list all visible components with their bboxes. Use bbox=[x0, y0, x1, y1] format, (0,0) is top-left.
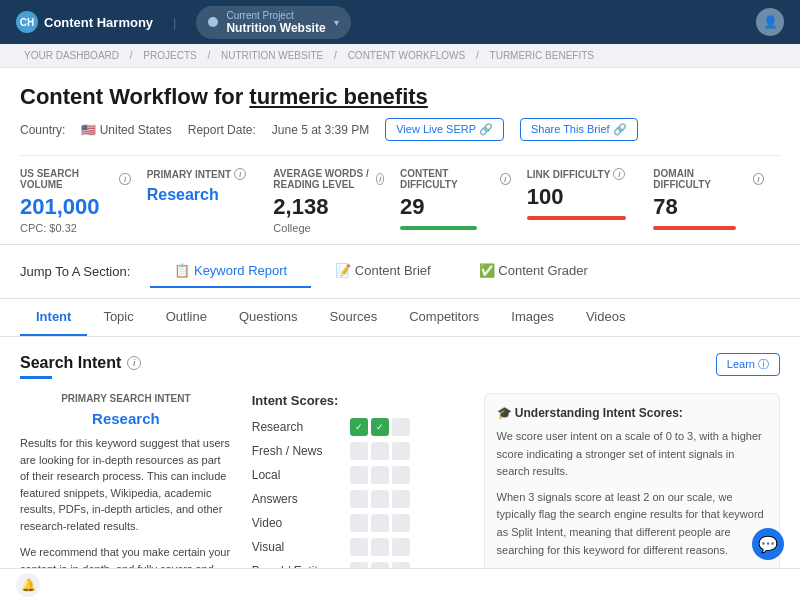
logo[interactable]: CH Content Harmony bbox=[16, 11, 153, 33]
share-brief-button[interactable]: Share This Brief 🔗 bbox=[520, 118, 638, 141]
breadcrumb-sep: / bbox=[476, 50, 482, 61]
link-diff-label: LINK DIFFICULTY bbox=[527, 169, 611, 180]
info-icon: i bbox=[376, 173, 384, 185]
current-project-name: Nutrition Website bbox=[226, 21, 325, 35]
score-boxes bbox=[350, 466, 410, 484]
tab-content-grader[interactable]: ✅ Content Grader bbox=[455, 255, 612, 288]
score-box-filled: ✓ bbox=[371, 418, 389, 436]
chat-button[interactable]: 💬 bbox=[752, 528, 784, 560]
primary-intent-value: Research bbox=[20, 410, 232, 427]
breadcrumb-item[interactable]: NUTRITION WEBSITE bbox=[221, 50, 323, 61]
top-navigation: CH Content Harmony | Current Project Nut… bbox=[0, 0, 800, 44]
current-project-label: Current Project bbox=[226, 10, 325, 21]
stat-primary-intent: PRIMARY INTENT i Research bbox=[147, 168, 274, 234]
tab-content-brief[interactable]: 📝 Content Brief bbox=[311, 255, 455, 288]
breadcrumb: YOUR DASHBOARD / PROJECTS / NUTRITION WE… bbox=[0, 44, 800, 68]
breadcrumb-sep: / bbox=[130, 50, 136, 61]
score-label: Video bbox=[252, 516, 342, 530]
domain-diff-bar bbox=[653, 226, 736, 230]
link-diff-bar bbox=[527, 216, 627, 220]
bottom-icon[interactable]: 🔔 bbox=[16, 573, 40, 597]
avg-words-sub: College bbox=[273, 222, 384, 234]
breadcrumb-sep: / bbox=[334, 50, 340, 61]
section-header: Search Intent i Learn ⓘ bbox=[20, 353, 780, 376]
search-volume-value: 201,000 bbox=[20, 194, 131, 220]
jump-section: Jump To A Section: 📋 Keyword Report 📝 Co… bbox=[0, 245, 800, 299]
logo-icon: CH bbox=[16, 11, 38, 33]
tab-sources[interactable]: Sources bbox=[314, 299, 394, 336]
tab-outline[interactable]: Outline bbox=[150, 299, 223, 336]
project-dot bbox=[208, 17, 218, 27]
breadcrumb-item[interactable]: CONTENT WORKFLOWS bbox=[348, 50, 466, 61]
score-box-empty bbox=[392, 442, 410, 460]
score-label: Answers bbox=[252, 492, 342, 506]
content-diff-value: 29 bbox=[400, 194, 511, 220]
tab-videos[interactable]: Videos bbox=[570, 299, 642, 336]
score-label: Local bbox=[252, 468, 342, 482]
tab-topic[interactable]: Topic bbox=[87, 299, 149, 336]
current-project-selector[interactable]: Current Project Nutrition Website ▾ bbox=[196, 6, 350, 39]
stat-domain-difficulty: DOMAIN DIFFICULTY i 78 bbox=[653, 168, 780, 234]
page-header: Content Workflow for turmeric benefits C… bbox=[0, 68, 800, 245]
breadcrumb-item[interactable]: YOUR DASHBOARD bbox=[24, 50, 119, 61]
score-row-video: Video bbox=[252, 514, 464, 532]
country-value: 🇺🇸 United States bbox=[81, 123, 171, 137]
tab-keyword-report[interactable]: 📋 Keyword Report bbox=[150, 255, 311, 288]
score-box-empty bbox=[392, 418, 410, 436]
info-icon: i bbox=[500, 173, 511, 185]
intent-description-1: Results for this keyword suggest that us… bbox=[20, 435, 232, 534]
stats-row: US SEARCH VOLUME i 201,000 CPC: $0.32 PR… bbox=[20, 155, 780, 234]
avg-words-label: AVERAGE WORDS / READING LEVEL bbox=[273, 168, 373, 190]
stat-link-difficulty: LINK DIFFICULTY i 100 bbox=[527, 168, 654, 234]
report-date-label: Report Date: bbox=[188, 123, 256, 137]
score-label: Research bbox=[252, 420, 342, 434]
understanding-paragraph-1: We score user intent on a scale of 0 to … bbox=[497, 428, 767, 481]
score-label: Visual bbox=[252, 540, 342, 554]
report-date-value: June 5 at 3:39 PM bbox=[272, 123, 369, 137]
meta-row: Country: 🇺🇸 United States Report Date: J… bbox=[20, 118, 780, 141]
score-box-filled: ✓ bbox=[350, 418, 368, 436]
info-icon: i bbox=[613, 168, 625, 180]
link-diff-value: 100 bbox=[527, 184, 638, 210]
content-diff-bar bbox=[400, 226, 477, 230]
search-volume-label: US SEARCH VOLUME bbox=[20, 168, 116, 190]
understanding-title: 🎓 Understanding Intent Scores: bbox=[497, 406, 767, 420]
page-title: Content Workflow for turmeric benefits bbox=[20, 84, 780, 110]
learn-button[interactable]: Learn ⓘ bbox=[716, 353, 780, 376]
score-row-freshnews: Fresh / News bbox=[252, 442, 464, 460]
content-diff-label: CONTENT DIFFICULTY bbox=[400, 168, 497, 190]
score-boxes bbox=[350, 538, 410, 556]
domain-diff-value: 78 bbox=[653, 194, 764, 220]
info-icon: i bbox=[119, 173, 130, 185]
score-row-visual: Visual bbox=[252, 538, 464, 556]
page-title-link[interactable]: turmeric benefits bbox=[249, 84, 428, 109]
scores-title: Intent Scores: bbox=[252, 393, 464, 408]
tab-intent[interactable]: Intent bbox=[20, 299, 87, 336]
country-label: Country: bbox=[20, 123, 65, 137]
search-volume-sub: CPC: $0.32 bbox=[20, 222, 131, 234]
primary-intent-label: PRIMARY INTENT bbox=[147, 169, 231, 180]
domain-diff-label: DOMAIN DIFFICULTY bbox=[653, 168, 749, 190]
info-icon: i bbox=[234, 168, 246, 180]
score-boxes bbox=[350, 514, 410, 532]
tab-competitors[interactable]: Competitors bbox=[393, 299, 495, 336]
tab-questions[interactable]: Questions bbox=[223, 299, 314, 336]
avg-words-value: 2,138 bbox=[273, 194, 384, 220]
intent-section: Search Intent i Learn ⓘ PRIMARY SEARCH I… bbox=[0, 337, 800, 600]
chevron-down-icon: ▾ bbox=[334, 17, 339, 28]
section-title: Search Intent i bbox=[20, 354, 141, 372]
tab-images[interactable]: Images bbox=[495, 299, 570, 336]
score-boxes bbox=[350, 442, 410, 460]
score-box-empty bbox=[371, 442, 389, 460]
understanding-paragraph-2: When 3 signals score at least 2 on our s… bbox=[497, 489, 767, 559]
avatar[interactable]: 👤 bbox=[756, 8, 784, 36]
stat-search-volume: US SEARCH VOLUME i 201,000 CPC: $0.32 bbox=[20, 168, 147, 234]
breadcrumb-item: TURMERIC BENEFITS bbox=[490, 50, 594, 61]
score-boxes: ✓ ✓ bbox=[350, 418, 410, 436]
breadcrumb-item[interactable]: PROJECTS bbox=[143, 50, 196, 61]
score-box-empty bbox=[350, 442, 368, 460]
logo-text: Content Harmony bbox=[44, 15, 153, 30]
view-live-serp-button[interactable]: View Live SERP 🔗 bbox=[385, 118, 504, 141]
score-row-local: Local bbox=[252, 466, 464, 484]
score-row-answers: Answers bbox=[252, 490, 464, 508]
